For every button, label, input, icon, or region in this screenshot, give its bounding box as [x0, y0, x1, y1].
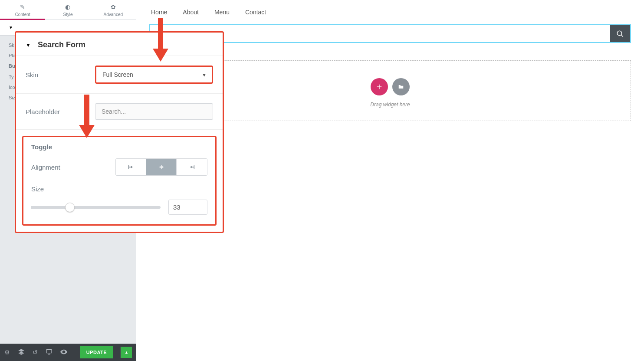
responsive-icon[interactable]	[46, 348, 53, 357]
alignment-row: Alignment	[31, 158, 207, 176]
annotation-arrow	[79, 95, 95, 138]
preview-icon[interactable]	[60, 348, 67, 357]
toggle-title: Toggle	[31, 143, 207, 151]
toggle-section: Toggle Alignment Size	[22, 136, 217, 226]
search-button[interactable]	[610, 25, 630, 42]
popup-title: Search Form	[38, 40, 85, 49]
tab-label: Content	[15, 12, 30, 17]
settings-popup: ▼ Search Form Skin Full Screen ▾ Placeho…	[15, 31, 224, 233]
size-input[interactable]	[168, 200, 207, 215]
skin-label: Skin	[26, 71, 95, 79]
nav-contact[interactable]: Contact	[245, 9, 266, 16]
tab-style[interactable]: ◐ Style	[45, 0, 90, 20]
align-left-button[interactable]	[116, 159, 146, 175]
pencil-icon: ✎	[0, 3, 45, 10]
svg-marker-16	[79, 125, 95, 138]
nav-menu[interactable]: Menu	[214, 9, 230, 16]
tab-label: Advanced	[104, 12, 123, 17]
align-center-icon	[158, 164, 165, 171]
add-section-button[interactable]	[371, 78, 388, 95]
slider-thumb[interactable]	[65, 203, 75, 212]
svg-marker-14	[153, 49, 168, 62]
contrast-icon: ◐	[45, 3, 90, 10]
svg-point-3	[617, 31, 622, 36]
sidebar-tabs: ✎ Content ◐ Style ✿ Advanced	[0, 0, 136, 20]
caret-down-icon: ▼	[9, 25, 13, 30]
update-dropdown[interactable]: ▲	[121, 347, 132, 358]
annotation-arrow	[153, 18, 168, 62]
caret-down-icon: ▼	[26, 42, 31, 48]
skin-value: Full Screen	[102, 71, 133, 78]
drop-buttons	[158, 78, 622, 95]
svg-rect-15	[84, 95, 89, 125]
align-right-icon	[188, 164, 195, 171]
drop-text: Drag widget here	[158, 102, 622, 108]
history-icon[interactable]: ↺	[33, 349, 38, 356]
svg-rect-0	[46, 349, 52, 353]
alignment-label: Alignment	[31, 164, 60, 171]
align-right-button[interactable]	[177, 159, 207, 175]
alignment-buttons	[115, 158, 207, 176]
plus-icon	[376, 83, 383, 90]
size-slider[interactable]	[31, 206, 161, 209]
site-nav: Home About Menu Contact	[149, 9, 631, 16]
add-template-button[interactable]	[392, 78, 410, 95]
update-button[interactable]: Update	[80, 346, 113, 358]
settings-icon[interactable]: ⚙	[4, 349, 10, 356]
tab-label: Style	[63, 12, 72, 17]
align-center-button[interactable]	[146, 159, 177, 175]
search-icon	[616, 30, 624, 38]
tab-advanced[interactable]: ✿ Advanced	[91, 0, 136, 20]
align-left-icon	[128, 164, 135, 171]
placeholder-row: Placeholder	[16, 94, 223, 130]
placeholder-input[interactable]	[95, 103, 213, 120]
chevron-down-icon: ▾	[203, 71, 206, 78]
popup-header[interactable]: ▼ Search Form	[16, 33, 223, 56]
size-row: Size	[31, 185, 207, 215]
svg-rect-13	[158, 18, 163, 49]
gear-icon: ✿	[91, 3, 136, 10]
folder-icon	[398, 84, 404, 90]
svg-line-4	[621, 35, 623, 37]
size-label: Size	[31, 185, 207, 193]
bottom-bar: ⚙ ↺ Update ▲	[0, 344, 136, 361]
size-controls	[31, 200, 207, 215]
skin-row: Skin Full Screen ▾	[16, 56, 223, 94]
navigator-icon[interactable]	[18, 348, 25, 357]
nav-home[interactable]: Home	[151, 9, 167, 16]
tab-content[interactable]: ✎ Content	[0, 0, 45, 20]
nav-about[interactable]: About	[183, 9, 199, 16]
skin-select[interactable]: Full Screen ▾	[95, 66, 213, 84]
